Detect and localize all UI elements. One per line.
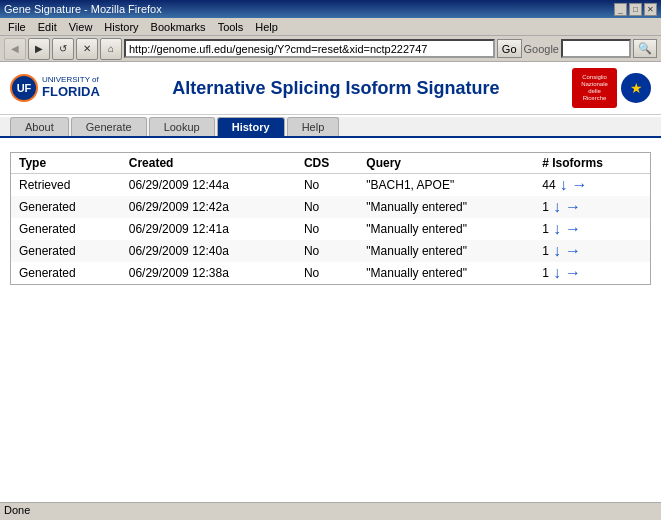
- home-button[interactable]: ⌂: [100, 38, 122, 60]
- page-content: UF UNIVERSITY of FLORIDA Alternative Spl…: [0, 62, 661, 519]
- table-row: Generated06/29/2009 12:38aNo"Manually en…: [11, 262, 650, 284]
- cell-isoforms: 1↓→: [534, 240, 650, 262]
- menu-history[interactable]: History: [98, 20, 144, 34]
- col-isoforms: # Isoforms: [534, 153, 650, 174]
- cell-cds: No: [296, 218, 358, 240]
- cell-isoforms: 1↓→: [534, 196, 650, 218]
- menu-bar: File Edit View History Bookmarks Tools H…: [0, 18, 661, 36]
- search-button[interactable]: 🔍: [633, 39, 657, 58]
- cell-isoforms: 1↓→: [534, 262, 650, 284]
- upload-arrow-icon[interactable]: →: [565, 242, 581, 260]
- table-row: Retrieved06/29/2009 12:44aNo"BACH1, APOE…: [11, 174, 650, 197]
- menu-view[interactable]: View: [63, 20, 99, 34]
- url-input[interactable]: [124, 39, 495, 58]
- table-row: Generated06/29/2009 12:41aNo"Manually en…: [11, 218, 650, 240]
- cell-query: "Manually entered": [358, 218, 534, 240]
- eu-logo: ★: [621, 73, 651, 103]
- table-row: Generated06/29/2009 12:40aNo"Manually en…: [11, 240, 650, 262]
- upload-arrow-icon[interactable]: →: [572, 176, 588, 194]
- cell-created: 06/29/2009 12:41a: [121, 218, 296, 240]
- tab-generate[interactable]: Generate: [71, 117, 147, 136]
- site-header: UF UNIVERSITY of FLORIDA Alternative Spl…: [0, 62, 661, 115]
- upload-arrow-icon[interactable]: →: [565, 264, 581, 282]
- cell-type: Generated: [11, 196, 121, 218]
- menu-bookmarks[interactable]: Bookmarks: [145, 20, 212, 34]
- cell-cds: No: [296, 240, 358, 262]
- address-bar: Go: [124, 39, 522, 58]
- cell-created: 06/29/2009 12:44a: [121, 174, 296, 197]
- empty-space: [10, 289, 651, 509]
- download-arrow-icon[interactable]: ↓: [553, 198, 561, 216]
- back-button[interactable]: ◀: [4, 38, 26, 60]
- col-created: Created: [121, 153, 296, 174]
- cell-query: "Manually entered": [358, 196, 534, 218]
- search-bar: Google 🔍: [524, 39, 657, 58]
- col-cds: CDS: [296, 153, 358, 174]
- table-row: Generated06/29/2009 12:42aNo"Manually en…: [11, 196, 650, 218]
- tab-about[interactable]: About: [10, 117, 69, 136]
- col-type: Type: [11, 153, 121, 174]
- window-controls[interactable]: _ □ ✕: [614, 3, 657, 16]
- minimize-button[interactable]: _: [614, 3, 627, 16]
- cell-type: Generated: [11, 218, 121, 240]
- isoform-count: 1: [542, 244, 549, 258]
- cell-cds: No: [296, 174, 358, 197]
- cell-type: Retrieved: [11, 174, 121, 197]
- nav-bar: ◀ ▶ ↺ ✕ ⌂ Go Google 🔍: [0, 36, 661, 62]
- browser-title: Gene Signature - Mozilla Firefox: [4, 3, 162, 15]
- download-arrow-icon[interactable]: ↓: [553, 264, 561, 282]
- isoform-count: 1: [542, 200, 549, 214]
- uf-text: UNIVERSITY of FLORIDA: [42, 76, 100, 99]
- nav-tabs: About Generate Lookup History Help: [0, 117, 661, 138]
- cell-query: "Manually entered": [358, 262, 534, 284]
- cell-query: "Manually entered": [358, 240, 534, 262]
- menu-file[interactable]: File: [2, 20, 32, 34]
- cell-type: Generated: [11, 262, 121, 284]
- title-bar: Gene Signature - Mozilla Firefox _ □ ✕: [0, 0, 661, 18]
- download-arrow-icon[interactable]: ↓: [553, 242, 561, 260]
- cell-isoforms: 44↓→: [534, 174, 650, 197]
- cell-created: 06/29/2009 12:38a: [121, 262, 296, 284]
- download-arrow-icon[interactable]: ↓: [560, 176, 568, 194]
- uf-logo: UF UNIVERSITY of FLORIDA: [10, 74, 100, 102]
- col-query: Query: [358, 153, 534, 174]
- upload-arrow-icon[interactable]: →: [565, 220, 581, 238]
- stop-button[interactable]: ✕: [76, 38, 98, 60]
- isoform-count: 1: [542, 266, 549, 280]
- menu-help[interactable]: Help: [249, 20, 284, 34]
- menu-edit[interactable]: Edit: [32, 20, 63, 34]
- uf-logo-circle: UF: [10, 74, 38, 102]
- cell-created: 06/29/2009 12:42a: [121, 196, 296, 218]
- download-arrow-icon[interactable]: ↓: [553, 220, 561, 238]
- search-input[interactable]: [561, 39, 631, 58]
- status-bar: Done: [0, 502, 661, 520]
- cell-query: "BACH1, APOE": [358, 174, 534, 197]
- history-table: Type Created CDS Query # Isoforms Retrie…: [11, 153, 650, 284]
- cnr-logo: ConsiglioNazionale delleRicerche: [572, 68, 617, 108]
- cell-cds: No: [296, 196, 358, 218]
- isoform-count: 1: [542, 222, 549, 236]
- status-text: Done: [4, 504, 30, 516]
- cell-isoforms: 1↓→: [534, 218, 650, 240]
- go-button[interactable]: Go: [497, 39, 522, 58]
- page-title: Alternative Splicing Isoform Signature: [100, 78, 572, 99]
- tab-history[interactable]: History: [217, 117, 285, 136]
- menu-tools[interactable]: Tools: [212, 20, 250, 34]
- isoform-count: 44: [542, 178, 555, 192]
- reload-button[interactable]: ↺: [52, 38, 74, 60]
- forward-button[interactable]: ▶: [28, 38, 50, 60]
- tab-lookup[interactable]: Lookup: [149, 117, 215, 136]
- cell-cds: No: [296, 262, 358, 284]
- tab-help[interactable]: Help: [287, 117, 340, 136]
- maximize-button[interactable]: □: [629, 3, 642, 16]
- search-engine-label: Google: [524, 43, 559, 55]
- cell-created: 06/29/2009 12:40a: [121, 240, 296, 262]
- history-table-container: Type Created CDS Query # Isoforms Retrie…: [10, 152, 651, 285]
- main-content: Type Created CDS Query # Isoforms Retrie…: [0, 138, 661, 519]
- close-button[interactable]: ✕: [644, 3, 657, 16]
- upload-arrow-icon[interactable]: →: [565, 198, 581, 216]
- right-logos: ConsiglioNazionale delleRicerche ★: [572, 68, 651, 108]
- cell-type: Generated: [11, 240, 121, 262]
- table-header-row: Type Created CDS Query # Isoforms: [11, 153, 650, 174]
